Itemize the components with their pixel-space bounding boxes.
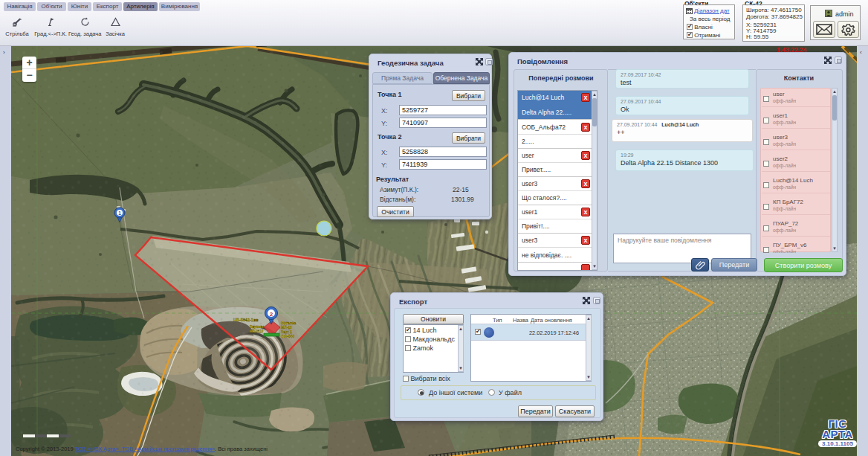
svg-text:ОФ-540: ОФ-540	[281, 334, 294, 338]
svg-text:НВ2810: НВ2810	[250, 329, 264, 333]
svg-text:НБ-5842-1вв: НБ-5842-1вв	[233, 318, 259, 322]
svg-text:2: 2	[270, 311, 273, 318]
svg-text:1: 1	[118, 211, 121, 216]
